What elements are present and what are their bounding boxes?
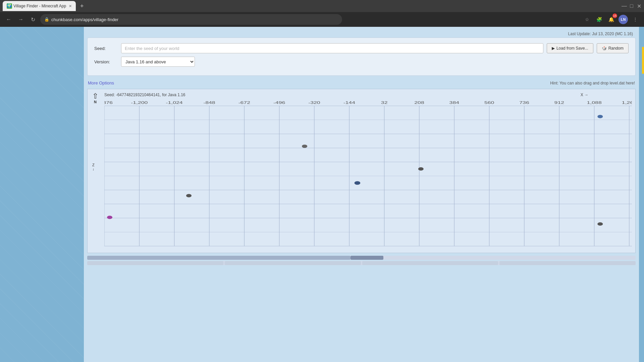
options-hint-row: More Options Hint: You can also drag and… — [87, 79, 636, 87]
tab-title: Village Finder - Minecraft App — [13, 4, 66, 8]
address-bar-row: ← → ↻ 🔒 chunkbase.com/apps/village-finde… — [0, 12, 644, 27]
compass-n-label: N — [94, 100, 97, 104]
horizontal-scrollbar[interactable] — [87, 256, 636, 260]
village-dot-2 — [302, 144, 307, 148]
bottom-row-bar — [87, 261, 636, 265]
active-tab[interactable]: 🌍 Village Finder - Minecraft App ✕ — [3, 1, 76, 11]
seed-input[interactable] — [121, 43, 543, 53]
menu-button[interactable]: ⋮ — [631, 15, 640, 24]
version-label: Version: — [94, 59, 118, 64]
map-grid-area: -1,376 -1,200 -1,024 -848 -672 -496 -320… — [104, 99, 632, 249]
last-update-text: Last Update: Jul 13, 2020 (MC 1.16) — [87, 30, 636, 38]
page-content: Last Update: Jul 13, 2020 (MC 1.16) Seed… — [0, 27, 644, 362]
svg-text:-1,200: -1,200 — [131, 101, 148, 105]
main-content: Last Update: Jul 13, 2020 (MC 1.16) Seed… — [84, 27, 639, 362]
bottom-bars — [87, 256, 636, 265]
notification-badge: 15 — [612, 13, 617, 18]
svg-text:32: 32 — [381, 101, 388, 105]
bottom-bar-section-2 — [225, 261, 361, 265]
svg-text:736: 736 — [519, 101, 529, 105]
z-label: Z — [92, 163, 95, 167]
profile-button[interactable]: LN — [619, 15, 628, 24]
svg-text:912: 912 — [554, 101, 564, 105]
village-dot-7 — [597, 222, 603, 226]
village-dot-5 — [186, 194, 192, 197]
address-text: chunkbase.com/apps/village-finder — [51, 17, 118, 22]
minimize-button[interactable]: — — [622, 4, 627, 8]
more-options-link[interactable]: More Options — [88, 80, 114, 85]
right-sidebar — [639, 27, 644, 362]
svg-text:-672: -672 — [238, 101, 250, 105]
compass: ⇧ N — [92, 93, 98, 104]
right-sidebar-accent — [642, 47, 644, 74]
browser-actions: ☆ 🧩 🔔 15 LN ⋮ — [582, 15, 640, 24]
svg-text:-320: -320 — [308, 101, 320, 105]
bottom-bar-section-3 — [362, 261, 498, 265]
map-seed-label: Seed: -6477482193210464141, for Java 1.1… — [104, 93, 185, 97]
notification-button[interactable]: 🔔 15 — [606, 15, 616, 24]
bookmark-star-button[interactable]: ☆ — [582, 15, 592, 24]
browser-chrome: 🌍 Village Finder - Minecraft App ✕ + — □… — [0, 0, 644, 27]
version-row: Version: Java 1.16 and above Java 1.15 J… — [94, 57, 629, 67]
close-window-button[interactable]: ✕ — [637, 4, 641, 8]
back-button[interactable]: ← — [4, 15, 13, 24]
village-dot-4 — [355, 181, 361, 185]
village-dot-3 — [418, 167, 424, 171]
window-controls: — □ ✕ — [622, 4, 641, 8]
svg-text:-848: -848 — [203, 101, 215, 105]
maximize-button[interactable]: □ — [629, 4, 634, 8]
extension-puzzle-button[interactable]: 🧩 — [594, 15, 604, 24]
svg-text:-496: -496 — [273, 101, 285, 105]
svg-text:560: 560 — [484, 101, 494, 105]
load-icon: ▶ — [552, 46, 555, 51]
bottom-bar-section-1 — [87, 261, 223, 265]
svg-text:384: 384 — [449, 101, 459, 105]
map-container[interactable]: ⇧ N Z ↓ Seed: -6477482193210464141, for … — [87, 89, 636, 253]
address-bar[interactable]: 🔒 chunkbase.com/apps/village-finder — [40, 14, 342, 25]
svg-text:208: 208 — [414, 101, 424, 105]
bottom-bar-section-4 — [499, 261, 636, 265]
tab-bar: 🌍 Village Finder - Minecraft App ✕ + — □… — [0, 0, 644, 12]
z-arrow-icon: ↓ — [93, 167, 95, 171]
form-panel: Seed: ▶ Load from Save... 🎲 Random Versi… — [87, 38, 636, 76]
z-axis-label: Z ↓ — [92, 163, 95, 171]
load-from-save-button[interactable]: ▶ Load from Save... — [547, 43, 593, 53]
svg-text:1,264: 1,264 — [622, 101, 632, 105]
scrollbar-thumb[interactable] — [351, 256, 383, 260]
random-icon: 🎲 — [602, 46, 607, 51]
x-axis-label: X → — [581, 93, 588, 97]
lock-icon: 🔒 — [44, 17, 49, 22]
village-dot-6 — [107, 216, 112, 219]
compass-arrow-icon: ⇧ — [92, 93, 98, 100]
hint-text: Hint: You can also drag and drop level.d… — [550, 81, 635, 85]
svg-text:-1,376: -1,376 — [104, 101, 113, 105]
seed-label: Seed: — [94, 46, 118, 51]
random-button[interactable]: 🎲 Random — [597, 43, 629, 53]
left-sidebar — [0, 27, 84, 362]
reload-button[interactable]: ↻ — [28, 15, 38, 24]
forward-button[interactable]: → — [16, 15, 25, 24]
tab-favicon-icon: 🌍 — [7, 3, 12, 9]
map-svg: -1,376 -1,200 -1,024 -848 -672 -496 -320… — [104, 99, 632, 249]
version-select[interactable]: Java 1.16 and above Java 1.15 Java 1.14 … — [121, 57, 195, 67]
village-dot-1 — [597, 115, 603, 118]
svg-text:1,088: 1,088 — [587, 101, 602, 105]
scrollbar-track — [87, 256, 351, 260]
seed-row: Seed: ▶ Load from Save... 🎲 Random — [94, 43, 629, 53]
new-tab-button[interactable]: + — [77, 1, 87, 11]
svg-text:-1,024: -1,024 — [166, 101, 183, 105]
svg-text:-144: -144 — [343, 101, 355, 105]
tab-close-button[interactable]: ✕ — [69, 4, 72, 8]
